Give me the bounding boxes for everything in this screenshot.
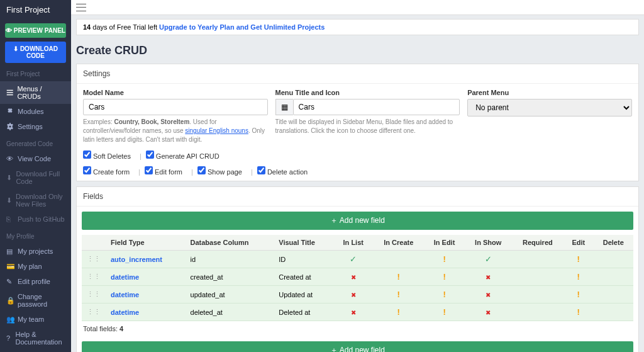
parent-menu-select[interactable]: No parent (467, 99, 632, 116)
field-type-link[interactable]: datetime (106, 286, 186, 304)
sidebar-item-help[interactable]: ?Help & Documentation (0, 327, 71, 349)
sidebar-item-download-full[interactable]: ⬇Download Full Code (0, 166, 71, 189)
svg-rect-1 (7, 92, 13, 93)
soft-deletes-checkbox[interactable]: Soft Deletes (83, 152, 131, 160)
menu-help: Title will be displayed in Sidebar Menu,… (275, 118, 460, 135)
sidebar-item-modules[interactable]: Modules (0, 104, 71, 119)
table-row: ⋮⋮ datetime updated_atUpdated at ✖! !✖ ! (82, 286, 633, 304)
table-row: ⋮⋮ datetime created_atCreated at ✖! !✖ ! (82, 268, 633, 286)
model-name-input[interactable] (83, 99, 268, 115)
drag-handle-icon[interactable]: ⋮⋮ (82, 251, 106, 268)
drag-handle-icon[interactable]: ⋮⋮ (82, 268, 106, 286)
sidebar-section-project: First Project (0, 67, 71, 81)
drag-handle-icon[interactable]: ⋮⋮ (82, 304, 106, 321)
total-fields: Total fields: 4 (77, 321, 638, 336)
svg-rect-2 (7, 94, 13, 95)
settings-panel: Settings Model Name Examples: Country, B… (76, 64, 639, 181)
table-row: ⋮⋮ datetime deleted_atDeleted at ✖! !✖ ! (82, 304, 633, 321)
drag-handle-icon[interactable]: ⋮⋮ (82, 286, 106, 304)
field-type-link[interactable]: auto_increment (106, 251, 186, 268)
model-help: Examples: Country, Book, StoreItem. Used… (83, 118, 268, 144)
preview-panel-button[interactable]: 👁 PREVIEW PANEL (5, 23, 66, 38)
fields-panel: Fields ＋ Add new field Field TypeDatabas… (76, 186, 639, 352)
sidebar-item-my-plan[interactable]: 💳My plan (0, 259, 71, 274)
sidebar-item-refer[interactable]: ★Refer Friends & Get Extra! (0, 349, 71, 352)
sidebar-item-change-password[interactable]: 🔒Change password (0, 289, 71, 312)
sidebar-section-generated: Generated Code (0, 137, 71, 151)
create-form-checkbox[interactable]: Create form (83, 168, 130, 176)
menu-title-input[interactable] (293, 99, 460, 115)
add-field-button-top[interactable]: ＋ Add new field (82, 212, 633, 230)
sidebar-item-menus-cruds[interactable]: Menus / CRUDs (0, 81, 71, 104)
page-title: Create CRUD (76, 44, 639, 57)
trial-banner: 14 days of Free Trial left Upgrade to Ye… (76, 19, 639, 35)
hamburger-icon[interactable] (76, 4, 86, 11)
table-row: ⋮⋮ auto_increment idID ✓ !✓ ! (82, 251, 633, 268)
fields-heading: Fields (77, 187, 638, 207)
sidebar-item-edit-profile[interactable]: ✎Edit profile (0, 274, 71, 289)
delete-action-checkbox[interactable]: Delete action (257, 168, 308, 176)
sidebar-item-my-team[interactable]: 👥My team (0, 312, 71, 327)
project-title: First Project (0, 0, 71, 20)
fields-table: Field TypeDatabase ColumnVisual Title In… (82, 235, 633, 321)
sidebar: First Project 👁 PREVIEW PANEL ⬇ DOWNLOAD… (0, 0, 71, 352)
add-field-button-bottom[interactable]: ＋ Add new field (82, 341, 633, 352)
api-crud-checkbox[interactable]: Generate API CRUD (146, 152, 219, 160)
edit-form-checkbox[interactable]: Edit form (145, 168, 182, 176)
download-code-button[interactable]: ⬇ DOWNLOAD CODE (5, 42, 66, 63)
menu-title-label: Menu Title and Icon (275, 89, 460, 96)
sidebar-item-my-projects[interactable]: ▤My projects (0, 244, 71, 259)
field-type-link[interactable]: datetime (106, 304, 186, 321)
icon-picker-button[interactable]: ▦ (275, 99, 293, 115)
sidebar-item-push-github[interactable]: ⎘Push to GitHub (0, 212, 71, 227)
main: 14 days of Free Trial left Upgrade to Ye… (71, 0, 644, 352)
settings-heading: Settings (77, 64, 638, 84)
sidebar-section-profile: My Profile (0, 229, 71, 244)
model-name-label: Model Name (83, 89, 268, 96)
svg-rect-0 (7, 90, 13, 91)
field-type-link[interactable]: datetime (106, 268, 186, 286)
table-header-row: Field TypeDatabase ColumnVisual Title In… (82, 235, 633, 251)
sidebar-item-settings[interactable]: Settings (0, 119, 71, 134)
sidebar-item-view-code[interactable]: 👁View Code (0, 151, 71, 166)
upgrade-link[interactable]: Upgrade to Yearly Plan and Get Unlimited… (159, 23, 325, 31)
parent-menu-label: Parent Menu (467, 89, 632, 96)
sidebar-item-download-new[interactable]: ⬇Download Only New Files (0, 189, 71, 212)
topbar (71, 0, 644, 15)
show-page-checkbox[interactable]: Show page (197, 168, 242, 176)
